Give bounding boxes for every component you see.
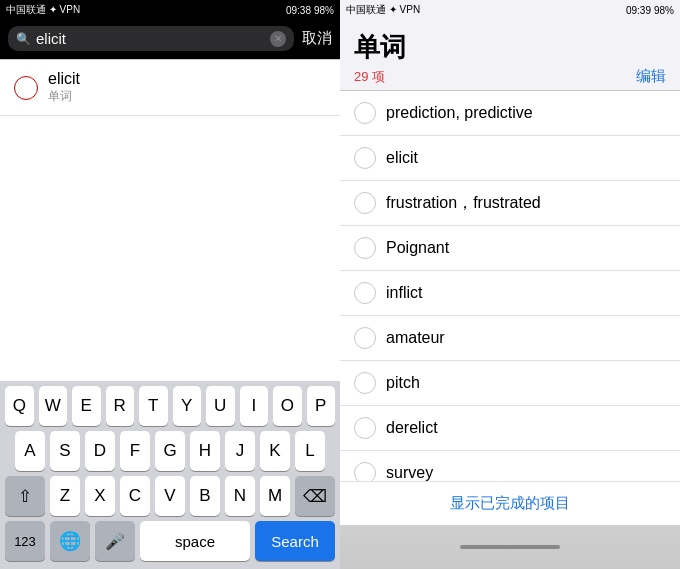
key-u[interactable]: U	[206, 386, 235, 426]
list-item[interactable]: pitch	[340, 361, 680, 406]
key-delete[interactable]: ⌫	[295, 476, 335, 516]
show-completed-section: 显示已完成的项目	[340, 481, 680, 525]
key-l[interactable]: L	[295, 431, 325, 471]
right-status-bar: 中国联通 ✦ VPN 09:39 98%	[340, 0, 680, 20]
key-q[interactable]: Q	[5, 386, 34, 426]
show-completed-button[interactable]: 显示已完成的项目	[450, 494, 570, 511]
key-search[interactable]: Search	[255, 521, 335, 561]
list-header: 单词 29 项 编辑	[340, 20, 680, 90]
item-word: derelict	[386, 419, 438, 437]
search-icon: 🔍	[16, 32, 31, 46]
edit-button[interactable]: 编辑	[636, 67, 666, 86]
key-f[interactable]: F	[120, 431, 150, 471]
keyboard-row-1: Q W E R T Y U I O P	[0, 381, 340, 426]
list-item[interactable]: survey	[340, 451, 680, 481]
search-input-wrap[interactable]: 🔍 elicit ✕	[8, 26, 294, 51]
key-n[interactable]: N	[225, 476, 255, 516]
result-item-elicit[interactable]: elicit 单词	[0, 60, 340, 116]
key-shift[interactable]: ⇧	[5, 476, 45, 516]
key-numbers[interactable]: 123	[5, 521, 45, 561]
key-t[interactable]: T	[139, 386, 168, 426]
item-circle	[354, 192, 376, 214]
key-j[interactable]: J	[225, 431, 255, 471]
key-space[interactable]: space	[140, 521, 250, 561]
result-type: 单词	[48, 88, 80, 105]
right-panel: 中国联通 ✦ VPN 09:39 98% 单词 29 项 编辑 predicti…	[340, 0, 680, 569]
search-result-area: elicit 单词	[0, 59, 340, 381]
item-circle	[354, 372, 376, 394]
key-m[interactable]: M	[260, 476, 290, 516]
list-item[interactable]: derelict	[340, 406, 680, 451]
list-area: prediction, predictive elicit frustratio…	[340, 90, 680, 481]
item-word: amateur	[386, 329, 445, 347]
right-status-right: 09:39 98%	[626, 5, 674, 16]
key-k[interactable]: K	[260, 431, 290, 471]
left-status-bar: 中国联通 ✦ VPN 09:38 98%	[0, 0, 340, 20]
key-o[interactable]: O	[273, 386, 302, 426]
list-item[interactable]: Poignant	[340, 226, 680, 271]
item-circle	[354, 417, 376, 439]
right-carrier: 中国联通 ✦ VPN	[346, 3, 420, 17]
item-circle	[354, 102, 376, 124]
key-microphone[interactable]: 🎤	[95, 521, 135, 561]
list-item[interactable]: inflict	[340, 271, 680, 316]
key-y[interactable]: Y	[173, 386, 202, 426]
key-e[interactable]: E	[72, 386, 101, 426]
item-word: survey	[386, 464, 433, 481]
key-a[interactable]: A	[15, 431, 45, 471]
key-z[interactable]: Z	[50, 476, 80, 516]
key-i[interactable]: I	[240, 386, 269, 426]
left-battery: 98%	[314, 5, 334, 16]
list-item[interactable]: elicit	[340, 136, 680, 181]
item-circle	[354, 237, 376, 259]
item-word: Poignant	[386, 239, 449, 257]
key-w[interactable]: W	[39, 386, 68, 426]
item-circle	[354, 462, 376, 481]
item-word: frustration，frustrated	[386, 193, 541, 214]
key-r[interactable]: R	[106, 386, 135, 426]
bottom-bar	[340, 525, 680, 569]
left-carrier: 中国联通 ✦ VPN	[6, 3, 80, 17]
list-title: 单词	[354, 30, 666, 65]
item-word: inflict	[386, 284, 422, 302]
key-globe[interactable]: 🌐	[50, 521, 90, 561]
search-clear-button[interactable]: ✕	[270, 31, 286, 47]
right-status-left: 中国联通 ✦ VPN	[346, 3, 420, 17]
search-query-text[interactable]: elicit	[36, 30, 265, 47]
list-count: 29 项	[354, 68, 385, 86]
list-item[interactable]: prediction, predictive	[340, 91, 680, 136]
left-status-left: 中国联通 ✦ VPN	[6, 3, 80, 17]
item-circle	[354, 282, 376, 304]
keyboard-row-3: ⇧ Z X C V B N M ⌫	[0, 471, 340, 516]
list-item[interactable]: amateur	[340, 316, 680, 361]
result-word: elicit	[48, 70, 80, 88]
key-g[interactable]: G	[155, 431, 185, 471]
list-meta: 29 项 编辑	[354, 67, 666, 86]
item-circle	[354, 147, 376, 169]
key-d[interactable]: D	[85, 431, 115, 471]
key-p[interactable]: P	[307, 386, 336, 426]
key-x[interactable]: X	[85, 476, 115, 516]
item-word: elicit	[386, 149, 418, 167]
home-indicator	[460, 545, 560, 549]
list-item[interactable]: frustration，frustrated	[340, 181, 680, 226]
cancel-button[interactable]: 取消	[302, 29, 332, 48]
item-word: prediction, predictive	[386, 104, 533, 122]
result-circle	[14, 76, 38, 100]
left-time: 09:38	[286, 5, 311, 16]
item-word: pitch	[386, 374, 420, 392]
keyboard-row-2: A S D F G H J K L	[0, 426, 340, 471]
key-v[interactable]: V	[155, 476, 185, 516]
keyboard-area: Q W E R T Y U I O P A S D F G H J K L ⇧ …	[0, 381, 340, 569]
search-bar-container: 🔍 elicit ✕ 取消	[0, 20, 340, 59]
key-b[interactable]: B	[190, 476, 220, 516]
key-s[interactable]: S	[50, 431, 80, 471]
left-status-right: 09:38 98%	[286, 5, 334, 16]
left-panel: 中国联通 ✦ VPN 09:38 98% 🔍 elicit ✕ 取消 elici…	[0, 0, 340, 569]
key-c[interactable]: C	[120, 476, 150, 516]
item-circle	[354, 327, 376, 349]
keyboard-bottom-row: 123 🌐 🎤 space Search	[0, 516, 340, 569]
right-battery: 98%	[654, 5, 674, 16]
result-text: elicit 单词	[48, 70, 80, 105]
key-h[interactable]: H	[190, 431, 220, 471]
